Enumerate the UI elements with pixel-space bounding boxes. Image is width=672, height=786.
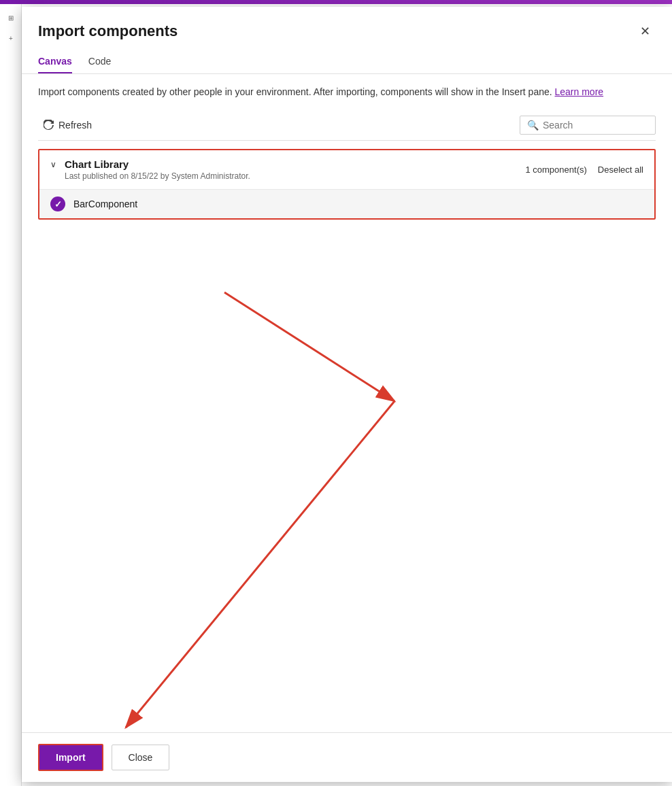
selected-checkbox[interactable]: ✓ [50,196,65,211]
library-header-right: 1 component(s) Deselect all [525,165,643,175]
library-header[interactable]: ∨ Chart Library Last published on 8/15/2… [39,150,654,189]
library-group: ∨ Chart Library Last published on 8/15/2… [38,149,656,220]
search-icon: 🔍 [527,120,539,131]
dialog-header: Import components ✕ [22,7,672,42]
component-row[interactable]: ✓ BarComponent [39,189,654,218]
description-main: Import components created by other peopl… [38,86,552,97]
description-text: Import components created by other peopl… [22,74,672,110]
dialog-footer: Import Close [22,732,672,782]
learn-more-link[interactable]: Learn more [555,86,604,97]
tabs-bar: Canvas Code [22,50,672,74]
close-button[interactable]: Close [112,745,170,770]
chevron-down-icon: ∨ [50,160,56,169]
library-name: Chart Library [65,158,250,170]
sidebar-icon-2: + [3,30,19,46]
sidebar-icon-1: ⊞ [3,10,19,26]
toolbar: Refresh 🔍 [22,110,672,140]
close-icon-button[interactable]: ✕ [634,20,656,42]
library-info: Chart Library Last published on 8/15/22 … [65,158,250,181]
search-box[interactable]: 🔍 [520,116,656,135]
tab-canvas[interactable]: Canvas [38,50,72,73]
refresh-label: Refresh [58,120,92,131]
library-header-left: ∨ Chart Library Last published on 8/15/2… [50,158,250,181]
deselect-all-button[interactable]: Deselect all [598,165,643,175]
library-meta: Last published on 8/15/22 by System Admi… [65,171,250,181]
dialog-title: Import components [38,22,178,40]
refresh-button[interactable]: Refresh [38,116,97,135]
component-count: 1 component(s) [525,165,586,175]
checkmark-icon: ✓ [54,199,62,209]
tab-code[interactable]: Code [88,50,111,73]
component-name: BarComponent [73,199,137,209]
content-area: ∨ Chart Library Last published on 8/15/2… [22,141,672,732]
search-input[interactable] [543,120,648,131]
import-components-dialog: Import components ✕ Canvas Code Import c… [22,7,672,782]
import-button[interactable]: Import [38,744,103,771]
refresh-icon [44,120,54,131]
